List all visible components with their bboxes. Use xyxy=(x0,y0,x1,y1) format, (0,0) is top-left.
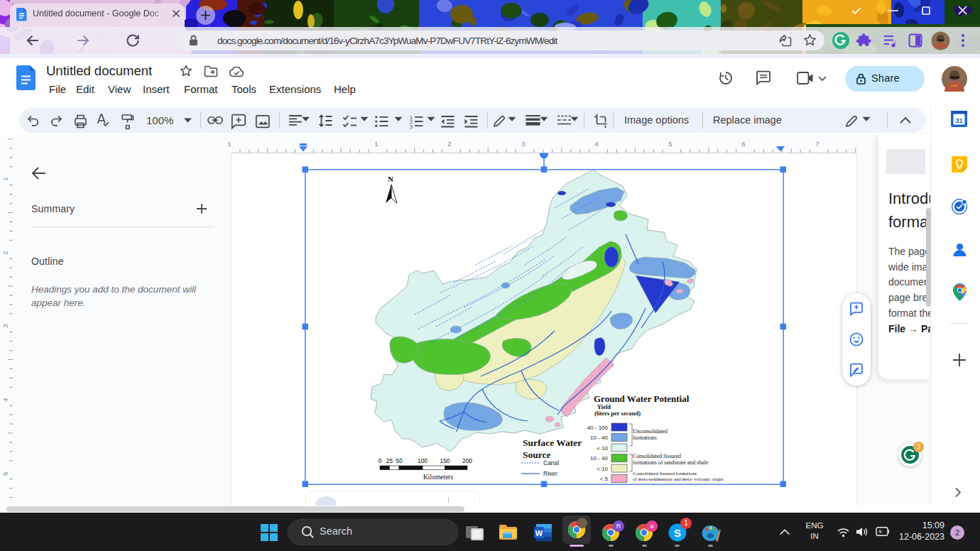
svg-text:150: 150 xyxy=(440,457,450,464)
svg-text:25: 25 xyxy=(386,457,393,464)
svg-text:W: W xyxy=(535,529,543,538)
svg-text:4: 4 xyxy=(1,398,9,401)
svg-text:of meta-sedimentary and meta-: of meta-sedimentary and meta- volcanic o… xyxy=(633,476,724,481)
svg-text:2: 2 xyxy=(447,140,451,148)
svg-text:10 - 40: 10 - 40 xyxy=(590,455,608,462)
svg-text:0: 0 xyxy=(379,457,382,464)
svg-text:Surface Water: Surface Water xyxy=(523,437,582,448)
svg-text:(liters per second): (liters per second) xyxy=(594,410,641,417)
svg-text:31: 31 xyxy=(955,116,963,124)
svg-text:7: 7 xyxy=(815,140,819,148)
svg-text:< 10: < 10 xyxy=(597,466,608,472)
svg-text:1: 1 xyxy=(1,177,9,180)
svg-text:50: 50 xyxy=(396,457,403,464)
svg-text:Unconsolidated: Unconsolidated xyxy=(633,428,668,435)
svg-text:Consolidated fissured: Consolidated fissured xyxy=(633,453,681,459)
svg-text:3: 3 xyxy=(410,124,413,129)
svg-text:3: 3 xyxy=(1,324,9,327)
svg-text:5: 5 xyxy=(668,140,672,148)
svg-text:6: 6 xyxy=(741,140,745,148)
svg-text:100: 100 xyxy=(418,457,428,464)
svg-text:5: 5 xyxy=(1,471,9,475)
svg-text:Kilometers: Kilometers xyxy=(423,474,454,481)
svg-text:Source: Source xyxy=(523,449,551,460)
svg-text:< 10: < 10 xyxy=(597,445,608,452)
svg-text:100%: 100% xyxy=(146,114,173,126)
svg-text:1: 1 xyxy=(374,140,378,148)
svg-text:formations of sandstone and sh: formations of sandstone and shale xyxy=(633,459,709,466)
svg-text:10 - 40: 10 - 40 xyxy=(590,435,608,441)
svg-text:N: N xyxy=(388,175,393,183)
svg-text:200: 200 xyxy=(462,457,472,464)
svg-text:2: 2 xyxy=(1,251,9,254)
svg-text:1: 1 xyxy=(227,140,231,148)
svg-text:Consolidated fissured formatio: Consolidated fissured formations xyxy=(633,471,697,476)
svg-text:River: River xyxy=(543,470,557,477)
svg-text:Canal: Canal xyxy=(543,459,559,467)
svg-text:Yield: Yield xyxy=(597,403,611,410)
svg-text:formations: formations xyxy=(633,435,657,441)
svg-text:3: 3 xyxy=(521,140,525,148)
svg-text:S: S xyxy=(674,527,681,539)
svg-text:4: 4 xyxy=(594,140,598,148)
svg-text:< 5: < 5 xyxy=(600,476,609,482)
svg-text:40 - 100: 40 - 100 xyxy=(587,425,609,431)
